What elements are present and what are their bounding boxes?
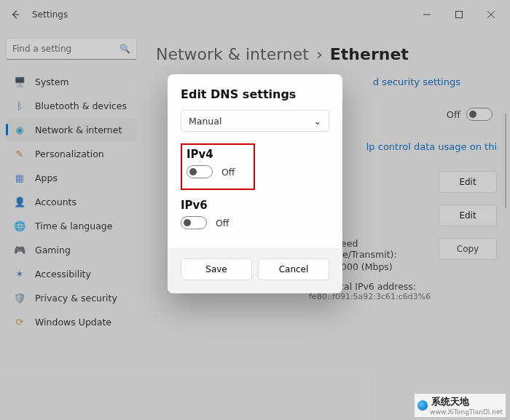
chevron-down-icon: ⌄: [314, 116, 321, 127]
ipv6-label: IPv6: [181, 199, 329, 212]
modal-overlay[interactable]: Edit DNS settings Manual ⌄ IPv4 Off IPv6…: [0, 0, 510, 420]
ipv4-toggle[interactable]: [187, 165, 213, 178]
watermark: 系统天地 www.XiTongTianDi.net: [415, 394, 506, 417]
edit-dns-dialog: Edit DNS settings Manual ⌄ IPv4 Off IPv6…: [168, 74, 342, 293]
watermark-logo-icon: [417, 400, 428, 411]
cancel-button[interactable]: Cancel: [258, 258, 329, 280]
dropdown-value: Manual: [189, 116, 221, 127]
highlight-box: IPv4 Off: [181, 143, 255, 190]
dialog-title: Edit DNS settings: [181, 87, 329, 101]
watermark-text: 系统天地: [431, 395, 503, 408]
ipv6-state: Off: [216, 218, 229, 229]
ipv4-label: IPv4: [187, 148, 235, 161]
watermark-url: www.XiTongTianDi.net: [430, 408, 503, 416]
dns-mode-dropdown[interactable]: Manual ⌄: [181, 110, 329, 132]
ipv6-toggle[interactable]: [181, 216, 207, 229]
dialog-footer: Save Cancel: [168, 248, 342, 293]
ipv4-state: Off: [221, 167, 235, 178]
save-button[interactable]: Save: [181, 258, 252, 280]
